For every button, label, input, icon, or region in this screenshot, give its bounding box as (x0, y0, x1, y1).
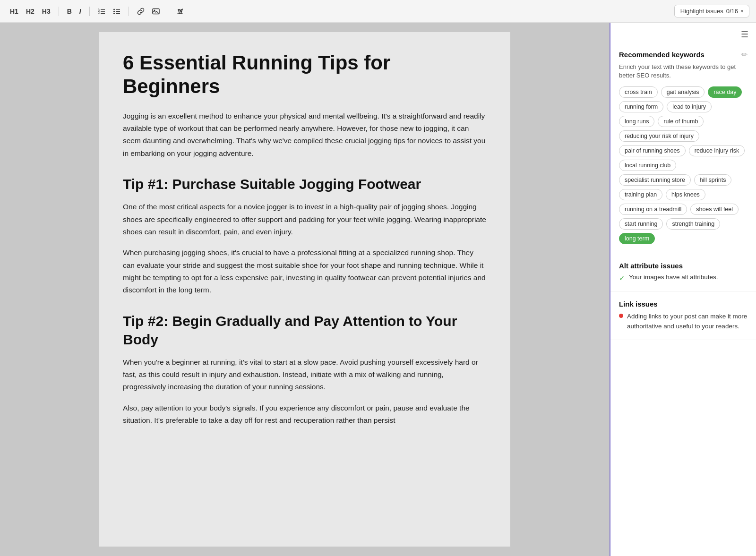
tip1-para2: When purchasing jogging shoes, it's cruc… (123, 247, 487, 296)
link-issue: Adding links to your post can make it mo… (619, 312, 747, 331)
bold-button[interactable]: B (64, 6, 75, 17)
keyword-tag[interactable]: running form (619, 101, 663, 112)
italic-button[interactable]: I (76, 6, 85, 17)
unordered-list-button[interactable] (110, 6, 124, 17)
svg-point-6 (113, 9, 115, 10)
highlight-issues-button[interactable]: Highlight issues 0/16 ▾ (674, 5, 749, 17)
main-layout: 6 Essential Running Tips for Beginners J… (0, 23, 756, 556)
keyword-tag[interactable]: reducing your risk of injury (619, 130, 699, 142)
red-dot-icon (619, 314, 623, 318)
highlight-count: 0/16 (726, 8, 738, 15)
keyword-tag[interactable]: gait analysis (661, 86, 705, 98)
h1-button[interactable]: H1 (7, 6, 22, 17)
link-issues-section: Link issues Adding links to your post ca… (610, 291, 756, 340)
keywords-title: Recommended keywords (619, 51, 704, 59)
keyword-tag[interactable]: hips knees (666, 189, 705, 200)
separator-2 (89, 7, 90, 16)
alt-title: Alt attribute issues (619, 262, 683, 270)
sidebar: ☰ Recommended keywords ✏ Enrich your tex… (610, 23, 756, 556)
svg-point-10 (113, 13, 115, 14)
link-button[interactable] (134, 6, 148, 17)
keyword-tag[interactable]: pair of running shoes (619, 145, 686, 156)
keyword-tag[interactable]: rule of thumb (658, 116, 704, 127)
keyword-tag[interactable]: hill sprints (694, 174, 732, 186)
keywords-container: cross traingait analysisrace dayrunning … (619, 86, 747, 244)
keyword-tag[interactable]: long term (619, 233, 655, 244)
clear-format-button[interactable] (173, 6, 187, 17)
link-issue-text: Adding links to your post can make it mo… (627, 312, 747, 331)
tip2-para1: When you're a beginner at running, it's … (123, 356, 487, 393)
keyword-tag[interactable]: shoes will feel (690, 204, 739, 215)
keyword-tag[interactable]: local running club (619, 160, 676, 171)
intro-paragraph: Jogging is an excellent method to enhanc… (123, 110, 487, 160)
svg-rect-9 (116, 11, 120, 12)
keyword-tag[interactable]: start running (619, 218, 663, 230)
alt-check: ✓ Your images have alt attributes. (619, 274, 747, 282)
separator-3 (129, 7, 129, 16)
separator-4 (168, 7, 168, 16)
tip1-heading: Tip #1: Purchase Suitable Jogging Footwe… (123, 175, 487, 193)
keyword-tag[interactable]: reduce injury risk (689, 145, 745, 156)
keyword-tag[interactable]: specialist running store (619, 174, 691, 186)
heading-buttons: H1 H2 H3 (7, 6, 54, 17)
tip1-para1: One of the most critical aspects for a n… (123, 201, 487, 238)
keyword-tag[interactable]: lead to injury (667, 101, 712, 112)
link-header: Link issues (619, 300, 747, 308)
link-image-buttons (134, 6, 163, 17)
sidebar-top: ☰ (610, 23, 756, 42)
image-button[interactable] (149, 6, 163, 17)
keyword-tag[interactable]: cross train (619, 86, 658, 98)
keyword-tag[interactable]: training plan (619, 189, 662, 200)
editor-area[interactable]: 6 Essential Running Tips for Beginners J… (0, 23, 610, 556)
svg-rect-7 (116, 9, 120, 10)
editor-content[interactable]: 6 Essential Running Tips for Beginners J… (99, 32, 510, 547)
menu-icon[interactable]: ☰ (741, 29, 748, 40)
highlight-label: Highlight issues (680, 8, 723, 15)
link-title: Link issues (619, 300, 658, 308)
keywords-subtitle: Enrich your text with these keywords to … (619, 63, 747, 80)
article-title: 6 Essential Running Tips for Beginners (123, 51, 487, 99)
svg-point-8 (113, 10, 115, 12)
svg-rect-2 (101, 13, 105, 14)
keyword-tag[interactable]: long runs (619, 116, 654, 127)
alt-attribute-section: Alt attribute issues ✓ Your images have … (610, 253, 756, 291)
svg-rect-0 (101, 9, 105, 10)
h2-button[interactable]: H2 (23, 6, 38, 17)
keyword-tag[interactable]: race day (708, 86, 742, 98)
format-buttons: B I (64, 6, 85, 17)
tip2-heading: Tip #2: Begin Gradually and Pay Attentio… (123, 312, 487, 349)
alt-check-text: Your images have alt attributes. (629, 274, 718, 281)
keywords-header: Recommended keywords ✏ (619, 50, 747, 59)
tip2-para2: Also, pay attention to your body's signa… (123, 402, 487, 427)
svg-rect-1 (101, 11, 105, 12)
keyword-tag[interactable]: strength training (666, 218, 720, 230)
check-icon: ✓ (619, 274, 625, 282)
svg-text:3: 3 (98, 11, 100, 14)
separator-1 (59, 7, 59, 16)
recommended-keywords-section: Recommended keywords ✏ Enrich your text … (610, 42, 756, 253)
ordered-list-button[interactable]: 1 2 3 (94, 6, 109, 17)
list-buttons: 1 2 3 (94, 6, 124, 17)
keyword-tag[interactable]: running on a treadmill (619, 204, 687, 215)
edit-icon[interactable]: ✏ (741, 50, 747, 59)
alt-header: Alt attribute issues (619, 262, 747, 270)
toolbar: H1 H2 H3 B I 1 2 3 (0, 0, 756, 23)
h3-button[interactable]: H3 (39, 6, 54, 17)
svg-rect-11 (116, 13, 120, 14)
chevron-down-icon: ▾ (741, 9, 743, 14)
